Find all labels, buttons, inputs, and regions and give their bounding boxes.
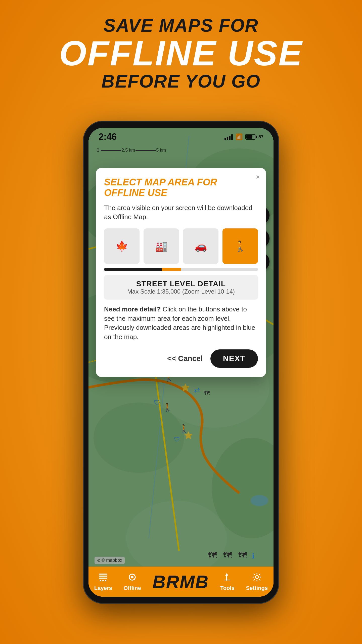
layers-icon: [98, 573, 108, 584]
nav-item-settings[interactable]: Settings: [246, 573, 268, 591]
header-line3: BEFORE YOU GO: [0, 71, 362, 92]
zoom-drive-button[interactable]: 🚗: [183, 228, 218, 264]
bottom-navigation: Layers Offline BRMB: [88, 567, 274, 597]
zoom-level-selector: 🍁 🏭 🚗 🚶: [104, 228, 258, 264]
phone-body: 🚶 ⭐ ⇄ 🗺 🛡 🚶 🚶 ⭐ 🛡 🗺 🗺 🗺 ℹ: [83, 121, 279, 604]
help-text: Need more detail? Click on the buttons a…: [104, 305, 258, 341]
offline-nav-icon: [127, 573, 137, 584]
detail-level-sub: Max Scale 1:35,000 (Zoom Level 10-14): [109, 288, 253, 295]
nav-brand: BRMB: [152, 572, 209, 592]
phone-screen: 🚶 ⭐ ⇄ 🗺 🛡 🚶 🚶 ⭐ 🛡 🗺 🗺 🗺 ℹ: [88, 128, 274, 597]
tools-label: Tools: [220, 585, 235, 591]
city-icon: 🏭: [155, 240, 168, 252]
nav-item-layers[interactable]: Layers: [94, 573, 112, 591]
tools-icon: [223, 573, 232, 584]
offline-label: Offline: [123, 585, 141, 591]
help-text-bold: Need more detail?: [104, 305, 161, 313]
next-button[interactable]: NEXT: [210, 349, 258, 368]
svg-point-43: [102, 580, 104, 581]
settings-label: Settings: [246, 585, 268, 591]
modal-close-button[interactable]: ×: [256, 173, 260, 181]
brand-text: BRMB: [152, 572, 209, 592]
phone-device: 🚶 ⭐ ⇄ 🗺 🛡 🚶 🚶 ⭐ 🛡 🗺 🗺 🗺 ℹ: [83, 121, 279, 604]
zoom-country-button[interactable]: 🍁: [104, 228, 140, 264]
svg-rect-48: [226, 575, 227, 581]
offline-map-modal: × SELECT MAP AREA FOR OFFLINE USE The ar…: [96, 168, 266, 377]
zoom-walk-button[interactable]: 🚶: [222, 228, 258, 264]
svg-point-50: [255, 576, 258, 579]
drive-icon: 🚗: [195, 240, 207, 252]
svg-point-42: [100, 580, 101, 581]
svg-point-44: [105, 580, 106, 581]
modal-description: The area visible on your screen will be …: [104, 203, 258, 222]
header-line1: SAVE MAPS FOR: [0, 15, 362, 36]
detail-info-box: STREET LEVEL DETAIL Max Scale 1:35,000 (…: [104, 275, 258, 300]
cancel-button[interactable]: << Cancel: [167, 354, 203, 363]
country-icon: 🍁: [116, 240, 128, 252]
svg-marker-49: [225, 573, 228, 576]
svg-point-46: [131, 576, 133, 578]
settings-icon: [252, 573, 261, 584]
top-text-block: SAVE MAPS FOR OFFLINE USE BEFORE YOU GO: [0, 15, 362, 92]
modal-action-buttons: << Cancel NEXT: [104, 349, 258, 368]
zoom-progress-bar: [104, 268, 258, 271]
nav-item-tools[interactable]: Tools: [220, 573, 235, 591]
layers-label: Layers: [94, 585, 112, 591]
walk-icon: 🚶: [234, 240, 247, 252]
nav-item-offline[interactable]: Offline: [123, 573, 141, 591]
zoom-city-button[interactable]: 🏭: [144, 228, 179, 264]
detail-level-title: STREET LEVEL DETAIL: [109, 279, 253, 288]
modal-title: SELECT MAP AREA FOR OFFLINE USE: [104, 177, 258, 198]
header-line2: OFFLINE USE: [0, 36, 362, 71]
